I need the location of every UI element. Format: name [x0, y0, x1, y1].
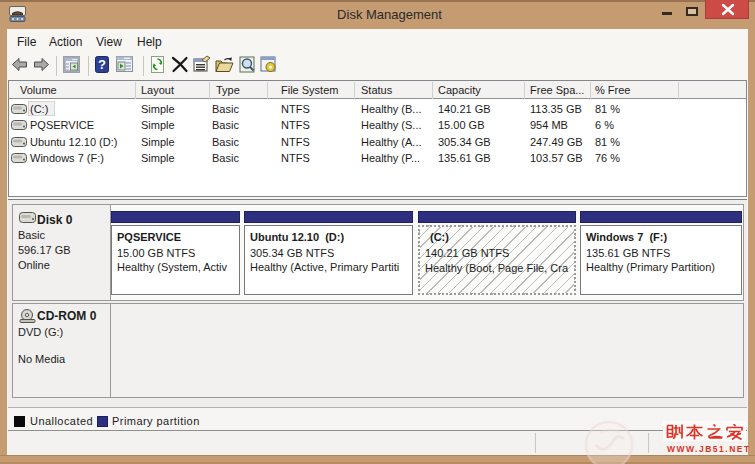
svg-text:?: ? — [98, 57, 106, 72]
